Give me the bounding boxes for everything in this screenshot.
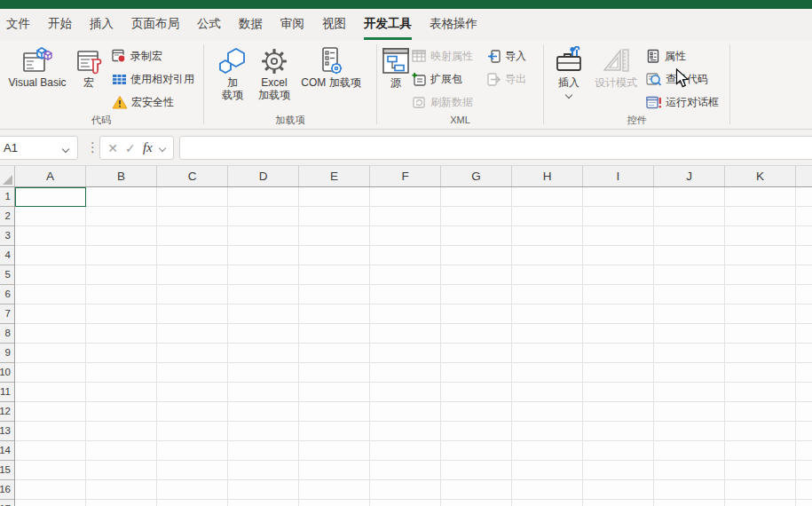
group-divider [376, 44, 377, 124]
column-header-J[interactable]: J [654, 166, 725, 186]
mouse-cursor [675, 68, 690, 89]
row-header-9[interactable]: 9 [0, 344, 14, 363]
expansion-packs-label: 扩展包 [430, 72, 462, 87]
column-header-K[interactable]: K [725, 166, 796, 186]
export-button: 导出 [486, 69, 526, 90]
column-header-B[interactable]: B [86, 166, 157, 186]
tab-view[interactable]: 视图 [313, 16, 355, 40]
macro-security-button[interactable]: 宏安全性 [112, 92, 174, 113]
row-header-12[interactable]: 12 [0, 402, 14, 422]
cell-area[interactable] [15, 187, 812, 506]
record-macro-button[interactable]: 录制宏 [112, 46, 162, 67]
expansion-packs-button[interactable]: 扩展包 [412, 69, 462, 90]
tab-file[interactable]: 文件 [2, 16, 39, 40]
use-relative-references-label: 使用相对引用 [130, 72, 194, 87]
tab-developer[interactable]: 开发工具 [355, 16, 421, 40]
run-dialog-button[interactable]: 查看代码 运行对话框 [646, 92, 719, 113]
addins-button[interactable]: 加载项 [211, 43, 254, 112]
com-addins-button[interactable]: COM 加载项 [295, 43, 367, 112]
group-label-xml: XML [377, 114, 543, 127]
excel-addins-button[interactable]: Excel加载项 [252, 43, 296, 112]
xml-source-icon [382, 45, 410, 77]
row-header-14[interactable]: 14 [0, 441, 14, 461]
macro-security-icon [112, 95, 128, 110]
row-header-10[interactable]: 10 [0, 363, 14, 383]
column-header-F[interactable]: F [370, 166, 441, 186]
group-divider [729, 44, 730, 124]
row-header-column: 1234567891011121314151617 [0, 187, 15, 506]
excel-addins-icon [259, 45, 289, 77]
import-label: 导入 [505, 49, 526, 64]
row-header-11[interactable]: 11 [0, 383, 14, 402]
row-header-4[interactable]: 4 [0, 246, 14, 265]
cancel-button: ✕ [107, 141, 118, 155]
design-mode-label: 设计模式 [595, 77, 637, 90]
insert-control-button[interactable]: 插入 [548, 43, 589, 112]
insert-function-button[interactable]: fx [143, 140, 153, 155]
column-header-A[interactable]: A [15, 166, 86, 186]
column-header-E[interactable]: E [299, 166, 370, 186]
visual-basic-button[interactable]: Visual Basic [5, 43, 69, 112]
name-box-chevron-icon [63, 146, 69, 152]
map-properties-icon [412, 49, 427, 64]
row-header-5[interactable]: 5 [0, 265, 14, 285]
run-dialog-icon [646, 95, 662, 110]
column-header-D[interactable]: D [228, 166, 299, 186]
tab-formulas[interactable]: 公式 [188, 16, 230, 40]
refresh-data-label: 刷新数据 [430, 95, 473, 110]
tab-insert[interactable]: 插入 [81, 16, 122, 40]
row-header-15[interactable]: 15 [0, 461, 14, 480]
column-header-H[interactable]: H [512, 166, 583, 186]
properties-button[interactable]: 属性 [646, 46, 686, 67]
row-header-8[interactable]: 8 [0, 324, 14, 344]
record-macro-icon [112, 49, 127, 64]
name-box[interactable]: A1 [0, 136, 78, 160]
formula-controls: ✕ ✓ fx [99, 136, 174, 160]
com-addins-icon [318, 45, 344, 77]
tab-home[interactable]: 开始 [39, 16, 81, 40]
column-header-I[interactable]: I [583, 166, 654, 186]
addins-icon [217, 45, 248, 77]
import-icon [486, 49, 501, 64]
formula-bar-grip-icon[interactable]: ⋮ [86, 137, 93, 158]
column-header-G[interactable]: G [441, 166, 512, 186]
relative-reference-icon [112, 72, 127, 87]
import-button[interactable]: 导入 [486, 46, 526, 67]
column-header-partial[interactable] [796, 166, 812, 186]
enter-button: ✓ [125, 141, 136, 155]
record-macro-label: 录制宏 [130, 49, 162, 64]
row-header-6[interactable]: 6 [0, 285, 14, 304]
sheet-grid[interactable]: 1234567891011121314151617 [0, 187, 812, 506]
column-header-row: ABCDEFGHIJK [0, 166, 812, 187]
macro-icon [75, 45, 103, 77]
map-properties-button: 映射属性 [412, 46, 473, 67]
row-header-16[interactable]: 16 [0, 480, 14, 500]
row-header-1[interactable]: 1 [0, 187, 14, 207]
xml-source-button[interactable]: 源 [379, 43, 413, 112]
row-header-17[interactable]: 17 [0, 500, 14, 506]
macros-label: 宏 [83, 77, 94, 90]
properties-icon [646, 49, 661, 64]
ribbon-tab-bar: 文件 开始 插入 页面布局 公式 数据 审阅 视图 开发工具 表格操作 [0, 9, 812, 40]
tab-page-layout[interactable]: 页面布局 [122, 16, 188, 40]
row-header-7[interactable]: 7 [0, 304, 14, 324]
column-header-C[interactable]: C [157, 166, 228, 186]
refresh-data-icon [412, 95, 427, 110]
export-icon [486, 72, 501, 87]
row-header-13[interactable]: 13 [0, 422, 14, 441]
tab-review[interactable]: 审阅 [272, 16, 313, 40]
tab-table-operations[interactable]: 表格操作 [421, 16, 486, 40]
macro-security-label: 宏安全性 [131, 95, 174, 110]
use-relative-references-button[interactable]: 使用相对引用 [112, 69, 194, 90]
macros-button[interactable]: 宏 [71, 43, 106, 112]
view-code-icon [646, 72, 662, 87]
fx-chevron-icon[interactable] [160, 145, 166, 151]
row-header-2[interactable]: 2 [0, 207, 14, 226]
tab-data[interactable]: 数据 [230, 16, 272, 40]
select-all-button[interactable] [0, 166, 15, 186]
properties-label: 属性 [665, 49, 686, 64]
row-header-3[interactable]: 3 [0, 226, 14, 246]
design-mode-icon [601, 45, 631, 77]
insert-control-label: 插入 [558, 77, 579, 90]
formula-input[interactable] [179, 136, 812, 160]
